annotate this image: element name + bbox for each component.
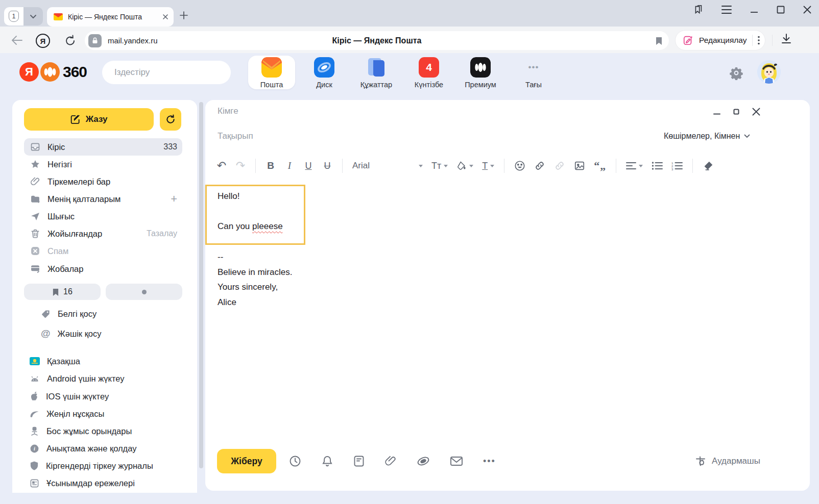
undo-icon[interactable]: ↶ [216,159,227,172]
new-tab-button[interactable] [180,11,188,21]
envelope-icon[interactable] [450,456,463,467]
sidebar-link-jobs[interactable]: Бос жұмыс орындары [30,423,188,439]
yandex-home-icon[interactable]: Я [36,34,50,48]
send-button[interactable]: Жіберу [217,449,276,473]
service-premium[interactable]: Премиум [457,56,504,89]
blockquote-icon[interactable]: “„ [594,159,606,172]
sidebar-link-recommendations[interactable]: Ұсынымдар ережелері [30,475,188,491]
align-select[interactable] [626,162,643,170]
add-mailbox-action[interactable]: @ Жәшік қосу [41,326,199,341]
font-family-select[interactable]: Arial [352,161,423,171]
signature-block[interactable]: -- Believe in miracles. Yours sincerely,… [218,249,292,310]
browser-menu-icon[interactable] [721,5,732,14]
tab-list-chevron-button[interactable] [23,7,43,26]
window-maximize-icon[interactable] [776,5,785,14]
italic-button[interactable]: I [284,160,295,171]
sidebar-link-help[interactable]: i Анықтама және қолдау [30,441,188,456]
add-folder-button[interactable]: + [171,192,177,206]
sidebar-folder-spam[interactable]: Спам [24,242,182,260]
email-body[interactable]: Hello! Can you pleeese [218,189,283,234]
sidebar-folder-inbox[interactable]: Кіріс 333 [24,138,182,156]
yandex-360-logo[interactable]: Я 360 [19,62,87,82]
yandex-disk-icon[interactable] [417,455,430,467]
underline-button[interactable]: U [303,161,314,171]
settings-gear-icon[interactable] [729,66,743,80]
bookmarks-pill[interactable]: 16 [24,284,101,300]
paint-bucket-icon [456,161,467,171]
sidebar-folder-projects[interactable]: Жобалар [24,260,182,278]
tab-close-icon[interactable] [162,14,168,20]
sidebar-folder-primary[interactable]: Негізгі [24,156,182,173]
service-more[interactable]: ••• Тағы [510,56,557,89]
notify-bell-icon[interactable] [321,455,333,467]
sidebar-link-android[interactable]: Android үшін жүктеу [30,371,188,386]
attach-paperclip-icon[interactable] [384,455,397,467]
bookmarks-panel-icon[interactable] [692,4,704,15]
font-size-select[interactable]: Tт [431,161,448,171]
template-icon[interactable] [353,455,365,467]
clear-formatting-eraser-icon[interactable] [703,160,714,171]
refresh-button[interactable] [160,108,181,131]
more-vertical-icon[interactable] [758,36,760,45]
numbered-list-icon[interactable]: 123 [671,161,683,170]
cc-from-toggle[interactable]: Көшірмелер, Кімнен [664,132,750,141]
to-field[interactable] [218,106,626,116]
sidebar-folder-attachments[interactable]: Тіркемелері бар [24,173,182,190]
sidebar-folder-trash[interactable]: Жойылғандар Тазалау [24,225,182,242]
star-icon [30,159,40,169]
search-input[interactable] [114,67,227,78]
bold-button[interactable]: B [266,160,276,171]
subject-field[interactable] [218,131,626,141]
user-avatar[interactable] [757,60,781,84]
bullet-list-icon[interactable] [652,161,663,170]
fill-color-select[interactable] [456,161,473,171]
sidebar-folder-sent[interactable]: Шығыс [24,208,182,225]
compose-minimize-icon[interactable] [713,108,721,116]
subject-input[interactable] [218,131,626,141]
sidebar-folder-my-folders[interactable]: Менің қалталарым + [24,190,182,208]
page-scrollbar[interactable] [199,102,203,468]
more-actions-icon[interactable]: ••• [483,456,496,467]
search-box[interactable] [102,61,231,84]
tab-count-badge: 1 [9,11,19,22]
url-bar[interactable]: mail.yandex.ru Кіріс — Яндекс Пошта [85,31,669,50]
unread-dot-pill[interactable] [106,284,182,300]
bookmark-icon[interactable] [655,36,663,45]
add-label-action[interactable]: Белгі қосу [41,306,199,321]
browser-tab[interactable]: Кіріс — Яндекс Пошта [47,7,174,27]
compose-close-icon[interactable] [752,107,761,116]
sidebar-link-language[interactable]: Қазақша [30,354,188,369]
translator-button[interactable]: Аудармашы [694,449,760,473]
link-icon[interactable] [534,160,545,171]
sidebar-link-light-version[interactable]: Жеңіл нұсқасы [30,406,188,421]
downloads-icon[interactable] [780,33,792,45]
emoji-icon[interactable] [514,160,525,171]
insert-image-icon[interactable] [574,160,585,171]
chevron-down-icon [639,165,643,167]
redo-icon[interactable]: ↷ [235,159,246,172]
sidebar-link-login-journal[interactable]: Кіргендерді тіркеу журналы [30,458,188,473]
back-icon[interactable] [11,36,22,45]
unlink-icon[interactable] [554,160,565,171]
reload-icon[interactable] [64,35,77,47]
compose-button[interactable]: Жазу [24,108,154,131]
empty-trash-button[interactable]: Тазалау [147,229,177,238]
edit-button[interactable]: Редакциялау [675,30,765,51]
strikethrough-button[interactable]: U [322,161,332,171]
tab-counter-group[interactable]: 1 [4,7,43,26]
schedule-send-clock-icon[interactable] [289,455,301,467]
text-color-select[interactable]: T [482,161,494,171]
shield-icon [30,461,39,471]
service-mail[interactable]: Пошта [248,56,295,89]
window-close-icon[interactable] [803,5,812,14]
compose-expand-icon[interactable] [733,109,739,115]
sidebar-link-ios[interactable]: IOS үшін жүктеу [30,389,188,404]
service-calendar[interactable]: 4 Күнтізбе [405,56,452,89]
service-docs[interactable]: Құжаттар [353,56,400,89]
chevron-down-icon [444,165,448,167]
service-disk[interactable]: Диск [301,56,348,89]
to-input[interactable] [218,106,626,116]
ssl-lock-icon[interactable] [88,34,102,47]
tab-counter-button[interactable]: 1 [4,7,23,26]
window-minimize-icon[interactable] [750,5,759,14]
